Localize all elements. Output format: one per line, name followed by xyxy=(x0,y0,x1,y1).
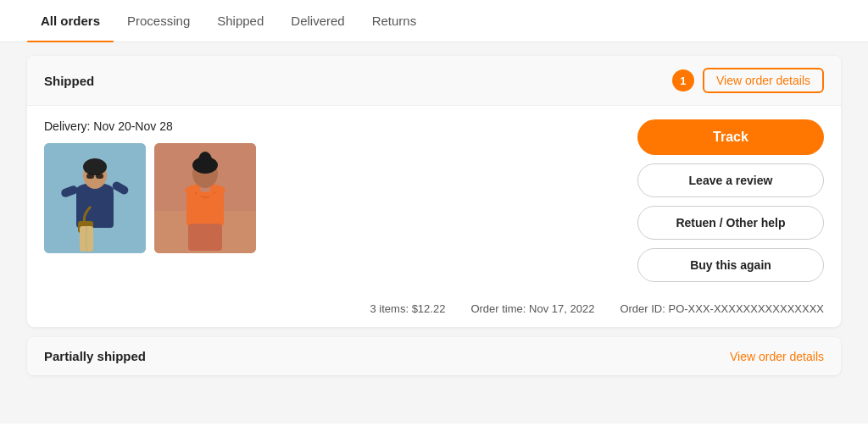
view-order-details-button[interactable]: View order details xyxy=(703,68,824,93)
card-footer: 3 items: $12.22 Order time: Nov 17, 2022… xyxy=(27,294,841,327)
tab-delivered[interactable]: Delivered xyxy=(277,0,358,41)
product-images-row xyxy=(44,143,620,253)
order-time: Order time: Nov 17, 2022 xyxy=(470,302,594,315)
return-other-help-button[interactable]: Retuen / Other help xyxy=(637,206,824,240)
partial-status-label: Partially shipped xyxy=(44,349,146,363)
tab-returns[interactable]: Returns xyxy=(359,0,431,41)
buy-again-button[interactable]: Buy this again xyxy=(637,248,824,282)
partial-card-header: Partially shipped View order details xyxy=(27,337,841,375)
order-id: Order ID: PO-XXX-XXXXXXXXXXXXXXX xyxy=(620,302,824,315)
svg-rect-8 xyxy=(96,174,103,179)
svg-rect-23 xyxy=(203,155,208,165)
svg-rect-7 xyxy=(86,174,94,179)
order-info-left: Delivery: Nov 20-Nov 28 xyxy=(44,119,620,253)
partial-view-details-button[interactable]: View order details xyxy=(730,350,824,363)
order-status-label: Shipped xyxy=(44,74,94,88)
track-button[interactable]: Track xyxy=(637,119,824,155)
card-header-right: 1 View order details xyxy=(672,68,824,93)
tabs-bar: All orders Processing Shipped Delivered … xyxy=(0,0,868,42)
delivery-date: Delivery: Nov 20-Nov 28 xyxy=(44,119,620,133)
svg-rect-24 xyxy=(188,224,222,251)
items-count: 3 items: $12.22 xyxy=(370,302,445,315)
notification-badge: 1 xyxy=(672,69,694,91)
card-header: Shipped 1 View order details xyxy=(27,56,841,106)
product-image-1 xyxy=(44,143,146,253)
tab-shipped[interactable]: Shipped xyxy=(203,0,277,41)
svg-point-6 xyxy=(83,158,107,175)
order-card-shipped: Shipped 1 View order details Delivery: N… xyxy=(27,56,841,327)
tab-all-orders[interactable]: All orders xyxy=(27,0,114,41)
leave-review-button[interactable]: Leave a review xyxy=(637,163,824,197)
main-content: Shipped 1 View order details Delivery: N… xyxy=(0,42,868,423)
order-actions: Track Leave a review Retuen / Other help… xyxy=(637,119,824,282)
tab-processing[interactable]: Processing xyxy=(114,0,203,41)
order-card-partial: Partially shipped View order details xyxy=(27,337,841,375)
card-body: Delivery: Nov 20-Nov 28 xyxy=(27,106,841,294)
product-image-2 xyxy=(154,143,256,253)
